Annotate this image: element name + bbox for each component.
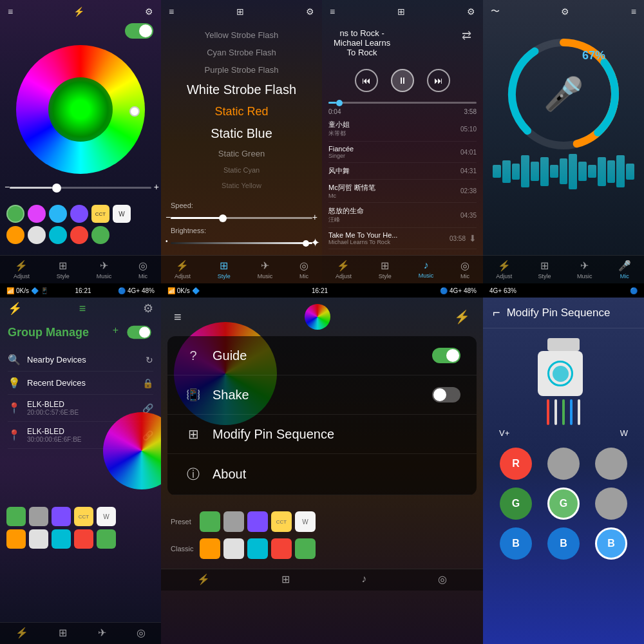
p3-settings-icon[interactable]: ⚙: [467, 6, 475, 17]
color-wheel[interactable]: [16, 45, 145, 174]
song-row-1[interactable]: 童小姐 米芾都 05:10: [328, 117, 477, 142]
nav-p6-style[interactable]: ⊞: [281, 573, 290, 587]
p4-list-icon[interactable]: ≡: [631, 6, 636, 17]
recent-devices-row[interactable]: 💡 Recent Devices 🔒: [8, 372, 153, 395]
nav-p4-style[interactable]: ⊞ Style: [538, 260, 551, 279]
pin-G1[interactable]: G: [500, 488, 532, 520]
settings-shake[interactable]: 📳 Shake: [167, 375, 477, 415]
effect-purple-strobe[interactable]: Purple Strobe Flash: [161, 61, 322, 79]
nav-p2-music[interactable]: ✈ Music: [258, 260, 273, 279]
speed-slider-track[interactable]: − +: [171, 217, 312, 219]
grid-icon[interactable]: ⊞: [236, 6, 244, 17]
speed-slider[interactable]: − +: [0, 177, 161, 198]
sliders-icon[interactable]: ⚡: [73, 6, 84, 17]
swatch-purple[interactable]: [28, 205, 46, 223]
shuffle-icon[interactable]: ⇄: [462, 28, 471, 57]
swatch-violet[interactable]: [70, 205, 88, 223]
nav-p3-music[interactable]: ♪ Music: [419, 260, 434, 279]
speed-plus[interactable]: +: [312, 212, 317, 222]
nav-p3-mic[interactable]: ◎ Mic: [460, 260, 469, 279]
classic-s3[interactable]: [247, 538, 268, 559]
p5-swatch-1[interactable]: [6, 507, 26, 526]
effect-static-cyan[interactable]: Static Cyan: [161, 162, 322, 178]
brightness-slider[interactable]: • ✦: [171, 242, 312, 244]
lock-icon[interactable]: 🔒: [142, 378, 153, 388]
song-row-3[interactable]: 风中舞 04:31: [328, 163, 477, 180]
p5-classic-3[interactable]: [52, 529, 71, 549]
settings-about[interactable]: ⓘ About: [167, 454, 477, 495]
preset-s1[interactable]: [200, 511, 220, 532]
p4-wave-icon[interactable]: 〜: [491, 6, 500, 17]
p6-list-icon[interactable]: ≡: [174, 310, 182, 325]
play-btn[interactable]: ⏸: [391, 69, 414, 92]
classic-s4[interactable]: [271, 538, 292, 559]
classic-s1[interactable]: [200, 538, 220, 559]
pin-R[interactable]: R: [500, 448, 532, 480]
nav-music[interactable]: ✈ Music: [97, 260, 112, 279]
download-icon[interactable]: ⬇: [469, 233, 477, 243]
classic-s2[interactable]: [223, 538, 244, 559]
list-icon[interactable]: ≡: [169, 6, 174, 17]
next-btn[interactable]: ⏭: [427, 69, 450, 92]
p4-settings-icon[interactable]: ⚙: [561, 6, 569, 17]
swatch-cyan[interactable]: [49, 226, 67, 244]
settings-modify-pin[interactable]: ⊞ Modify Pin Sequence: [167, 415, 477, 454]
add-group-icon[interactable]: +: [113, 325, 118, 340]
p5-settings-icon[interactable]: ⚙: [143, 301, 153, 316]
mic-circle[interactable]: 🎤 67%: [506, 36, 621, 152]
song-row-2[interactable]: Fiancée Singer 04:01: [328, 142, 477, 163]
p5-classic-1[interactable]: [6, 529, 26, 549]
device-1-link[interactable]: 🔗: [142, 403, 153, 413]
song-row-4[interactable]: Mc阿哲 断情笔 Mc 02:38: [328, 180, 477, 203]
list-green-icon[interactable]: ≡: [79, 302, 86, 316]
speed-minus[interactable]: −: [166, 212, 171, 222]
p6-sliders-icon[interactable]: ⚡: [454, 309, 470, 325]
settings-icon[interactable]: ⚙: [306, 6, 314, 17]
swatch-orange[interactable]: [6, 226, 24, 244]
nav-p5-music[interactable]: ✈: [98, 627, 106, 640]
p6-color-dot[interactable]: [305, 304, 330, 330]
nav-p4-adjust[interactable]: ⚡ Adjust: [496, 260, 512, 279]
nav-p5-adjust[interactable]: ⚡: [15, 627, 28, 640]
nearby-devices-row[interactable]: 🔍 Nearby Devices ↻: [8, 348, 153, 372]
classic-s5[interactable]: [295, 538, 316, 559]
nav-p3-style[interactable]: ⊞ Style: [379, 260, 392, 279]
nav-p5-style[interactable]: ⊞: [59, 627, 67, 640]
pin-B2[interactable]: B: [547, 527, 580, 560]
shake-toggle[interactable]: [432, 387, 460, 402]
p5-classic-5[interactable]: [97, 529, 116, 549]
power-toggle[interactable]: [125, 23, 153, 39]
nav-p4-mic[interactable]: 🎤 Mic: [618, 260, 631, 279]
effect-static-red[interactable]: Static Red: [161, 101, 322, 122]
effect-yellow-strobe[interactable]: Yellow Strobe Flash: [161, 26, 322, 44]
group-toggle[interactable]: [127, 326, 151, 339]
swatch-red[interactable]: [70, 226, 88, 244]
nav-style[interactable]: ⊞ Style: [57, 260, 70, 279]
refresh-icon[interactable]: ↻: [146, 355, 153, 365]
preset-s5[interactable]: W: [295, 511, 316, 532]
nav-mic[interactable]: ◎ Mic: [138, 260, 147, 279]
gear-icon[interactable]: ⚙: [145, 6, 153, 17]
nav-p5-mic[interactable]: ◎: [137, 627, 146, 640]
nav-p6-adjust[interactable]: ⚡: [197, 573, 210, 587]
swatch-blue[interactable]: [49, 205, 67, 223]
sliders-green-icon[interactable]: ⚡: [8, 301, 22, 316]
swatch-lightgray[interactable]: [28, 226, 46, 244]
effect-cyan-strobe[interactable]: Cyan Strobe Flash: [161, 44, 322, 61]
nav-p6-mic[interactable]: ◎: [438, 573, 447, 587]
p5-swatch-w[interactable]: W: [97, 507, 116, 526]
p3-grid-icon[interactable]: ⊞: [397, 6, 405, 17]
nav-p6-music[interactable]: ♪: [361, 573, 366, 587]
nav-p2-adjust[interactable]: ⚡ Adjust: [175, 260, 191, 279]
effect-white-strobe[interactable]: White Strobe Flash: [161, 79, 322, 101]
nav-p3-adjust[interactable]: ⚡ Adjust: [336, 260, 352, 279]
p5-classic-4[interactable]: [74, 529, 93, 549]
menu-icon[interactable]: ≡: [8, 6, 13, 17]
p5-classic-2[interactable]: [29, 529, 48, 549]
pin-B3[interactable]: B: [595, 527, 627, 560]
progress-bar[interactable]: [322, 99, 483, 107]
slider-minus[interactable]: −: [5, 182, 10, 192]
p5-swatch-cct[interactable]: CCT: [74, 507, 93, 526]
swatch-white[interactable]: W: [113, 205, 131, 223]
song-row-5[interactable]: 怒放的生命 汪峰 04:35: [328, 203, 477, 228]
